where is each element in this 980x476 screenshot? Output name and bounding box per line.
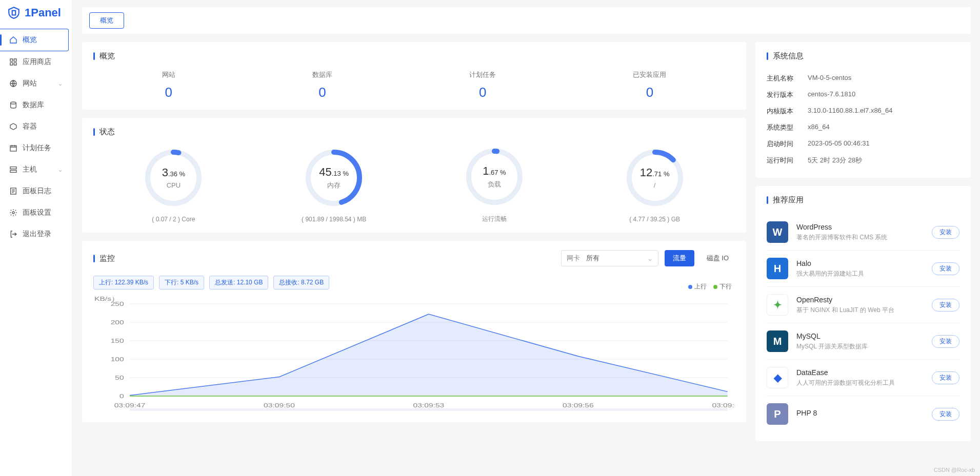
svg-text:03:09:53: 03:09:53 [413, 402, 445, 408]
nav-appstore[interactable]: 应用商店 [0, 51, 72, 73]
sysinfo-key: 内核版本 [767, 107, 808, 116]
server-icon [9, 165, 17, 174]
sysinfo-title: 系统信息 [767, 51, 959, 61]
gauge-label: / [654, 181, 656, 189]
legend-down: 下行 [719, 283, 732, 290]
monitor-title: 监控 [93, 254, 555, 263]
net-badge: 总接收: 8.72 GB [273, 276, 329, 289]
gauge-label: CPU [167, 181, 181, 189]
chevron-down-icon: ⌄ [647, 255, 653, 262]
overview-item-label: 已安装应用 [633, 70, 666, 79]
overview-title: 概览 [93, 51, 735, 61]
tab-bar: 概览 [82, 7, 971, 34]
install-button[interactable]: 安装 [932, 299, 959, 312]
gauge-foot: ( 0.07 / 2 ) Core [117, 216, 230, 223]
gauge: 45.13 %内存( 901.89 / 1998.54 ) MB [277, 147, 390, 223]
svg-point-7 [12, 212, 14, 214]
svg-rect-3 [10, 146, 16, 151]
nav-logout[interactable]: 退出登录 [0, 223, 72, 245]
sysinfo-value: VM-0-5-centos [808, 74, 851, 83]
logo[interactable]: 1Panel [0, 0, 72, 26]
app-desc: 人人可用的开源数据可视化分析工具 [796, 379, 924, 387]
app-name: MySQL [796, 332, 924, 340]
install-button[interactable]: 安装 [932, 262, 959, 275]
svg-rect-0 [12, 11, 16, 15]
gauge: 3.36 %CPU( 0.07 / 2 ) Core [117, 147, 230, 223]
legend-dot-up [688, 285, 692, 289]
status-card: 状态 3.36 %CPU( 0.07 / 2 ) Core45.13 %内存( … [82, 118, 746, 233]
gauge-label: 负载 [488, 180, 501, 189]
svg-text:03:09:47: 03:09:47 [114, 402, 146, 408]
chart: （KB/s）05010015020025003:09:4703:09:5003:… [93, 294, 735, 413]
sysinfo-row: 运行时间5天 2时 23分 28秒 [767, 152, 959, 169]
legend-dot-down [713, 285, 717, 289]
svg-text:03:09:56: 03:09:56 [563, 402, 594, 408]
calendar-icon [9, 144, 17, 152]
install-button[interactable]: 安装 [932, 371, 959, 384]
overview-item-label: 计划任务 [469, 70, 496, 79]
apps-card: 推荐应用 WWordPress著名的开源博客软件和 CMS 系统安装HHalo强… [755, 186, 971, 441]
app-name: OpenResty [796, 296, 924, 304]
apps-title: 推荐应用 [767, 195, 959, 205]
install-button[interactable]: 安装 [932, 408, 959, 421]
sysinfo-value: x86_64 [808, 123, 830, 132]
sysinfo-key: 发行版本 [767, 90, 808, 99]
sysinfo-row: 内核版本3.10.0-1160.88.1.el7.x86_64 [767, 103, 959, 119]
app-item: PPHP 8安装 [767, 396, 959, 432]
overview-item-label: 网站 [162, 70, 175, 79]
app-icon: P [767, 403, 788, 425]
overview-item-value: 0 [633, 85, 666, 100]
legend-up: 上行 [694, 283, 707, 290]
globe-icon [9, 79, 17, 88]
nic-select[interactable]: 网卡 所有 ⌄ [561, 250, 658, 266]
nav-website[interactable]: 网站 ⌄ [0, 73, 72, 94]
nav-appstore-label: 应用商店 [23, 57, 51, 67]
app-name: Halo [796, 259, 924, 267]
nav-overview[interactable]: 概览 [0, 29, 69, 51]
overview-item[interactable]: 数据库0 [312, 70, 332, 100]
svg-rect-5 [10, 170, 16, 172]
gauge-value: 12.71 % [640, 166, 670, 179]
sysinfo-value: 5天 2时 23分 28秒 [808, 156, 862, 165]
overview-item[interactable]: 网站0 [162, 70, 175, 100]
main: 概览 概览 网站0数据库0计划任务0已安装应用0 状态 3.36 %CPU( 0… [72, 0, 980, 457]
nav-host[interactable]: 主机 ⌄ [0, 159, 72, 180]
gauge-label: 内存 [327, 181, 341, 190]
svg-text:250: 250 [111, 301, 124, 307]
app-item: ✦OpenResty基于 NGINX 和 LuaJIT 的 Web 平台安装 [767, 286, 959, 323]
app-icon: ◆ [767, 367, 788, 388]
nav-database[interactable]: 数据库 [0, 94, 72, 116]
sysinfo-key: 主机名称 [767, 74, 808, 83]
nav-overview-label: 概览 [23, 35, 37, 45]
nav-settings[interactable]: 面板设置 [0, 202, 72, 223]
logout-icon [9, 230, 17, 238]
net-badge: 总发送: 12.10 GB [209, 276, 268, 289]
nav-cron[interactable]: 计划任务 [0, 137, 72, 159]
app-icon: H [767, 258, 788, 279]
net-badges: 上行: 122.39 KB/s下行: 5 KB/s总发送: 12.10 GB总接… [93, 276, 735, 289]
install-button[interactable]: 安装 [932, 226, 959, 239]
chart-legend: 上行 下行 [688, 282, 732, 291]
overview-item-value: 0 [469, 85, 496, 100]
svg-rect-34 [130, 408, 728, 411]
nav-website-label: 网站 [23, 79, 37, 88]
tab-disk-io[interactable]: 磁盘 IO [701, 250, 735, 266]
tab-overview[interactable]: 概览 [89, 12, 124, 29]
sysinfo-row: 主机名称VM-0-5-centos [767, 70, 959, 87]
svg-rect-4 [10, 167, 16, 169]
nav-container[interactable]: 容器 [0, 116, 72, 137]
tab-traffic[interactable]: 流量 [665, 250, 694, 266]
svg-text:100: 100 [111, 356, 124, 362]
brand-text: 1Panel [25, 6, 61, 19]
gauge-foot: 运行流畅 [438, 215, 551, 223]
nav-log[interactable]: 面板日志 [0, 180, 72, 202]
install-button[interactable]: 安装 [932, 335, 959, 348]
svg-text:150: 150 [111, 338, 124, 344]
svg-text:200: 200 [111, 319, 124, 325]
overview-item[interactable]: 已安装应用0 [633, 70, 666, 100]
container-icon [9, 122, 17, 131]
sysinfo-rows: 主机名称VM-0-5-centos发行版本centos-7.6.1810内核版本… [767, 70, 959, 169]
overview-item[interactable]: 计划任务0 [469, 70, 496, 100]
overview-item-value: 0 [312, 85, 332, 100]
sysinfo-value: 3.10.0-1160.88.1.el7.x86_64 [808, 107, 893, 116]
